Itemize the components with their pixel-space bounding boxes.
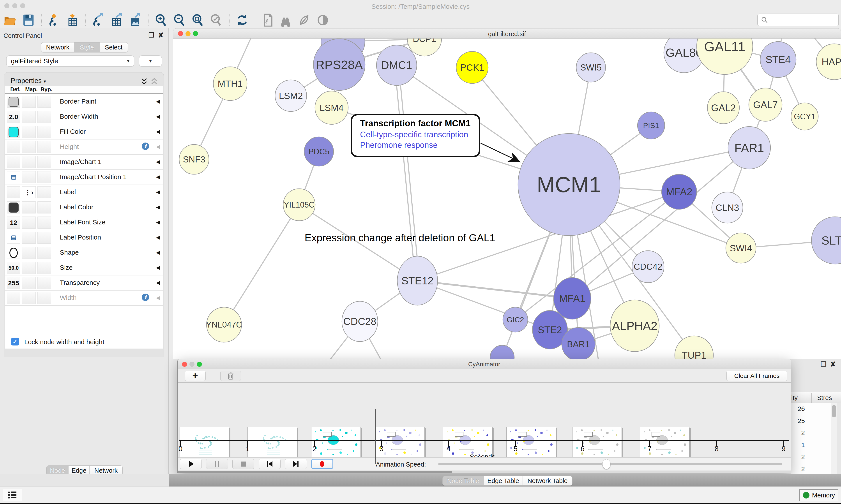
timeline-playhead[interactable] [375, 409, 376, 464]
tab-style[interactable]: Style [74, 42, 100, 52]
annotation-link-2[interactable]: Pheromone response [360, 141, 479, 150]
bypass-cell[interactable] [37, 277, 51, 289]
mapping-cell[interactable] [22, 217, 36, 229]
network-node-hap2[interactable]: HAP2 [816, 44, 841, 80]
network-window-titlebar[interactable]: galFiltered.sif [173, 28, 841, 38]
network-node-cln3[interactable]: CLN3 [712, 192, 743, 223]
expand-row-arrow-icon[interactable]: ◀ [156, 174, 160, 180]
table-column-degree[interactable]: ity [791, 394, 807, 401]
float-panel-icon[interactable]: ❒ [148, 31, 155, 39]
network-node-gal2[interactable]: GAL2 [708, 92, 739, 124]
network-node-pck1[interactable]: PCK1 [456, 51, 488, 84]
expand-row-arrow-icon[interactable]: ◀ [156, 265, 160, 271]
info-icon[interactable]: i [142, 293, 149, 301]
default-value-cell[interactable] [7, 126, 20, 138]
default-value-cell[interactable] [7, 186, 20, 198]
network-node-mth1[interactable]: MTH1 [213, 67, 247, 101]
zoom-out-button[interactable] [173, 13, 186, 27]
default-value-cell[interactable] [7, 232, 20, 244]
expand-row-arrow-icon[interactable]: ◀ [156, 159, 160, 165]
default-value-cell[interactable]: 255 [7, 277, 20, 289]
slider-knob[interactable] [602, 459, 611, 469]
table-cell-value[interactable]: 2 [801, 429, 805, 436]
network-node-mfa1[interactable]: MFA1 [554, 277, 591, 319]
zoom-selected-button[interactable] [209, 13, 223, 27]
tab-select[interactable]: Select [100, 42, 128, 52]
bypass-cell[interactable] [37, 247, 51, 259]
default-value-cell[interactable] [7, 141, 20, 153]
open-session-button[interactable] [3, 13, 17, 27]
table-cell-value[interactable]: 25 [798, 417, 805, 425]
bypass-cell[interactable] [37, 201, 51, 214]
float-panel-icon[interactable]: ❒ [821, 360, 826, 368]
network-node-cdc28[interactable]: CDC28 [342, 301, 378, 342]
hide-panel-button[interactable] [298, 13, 312, 27]
frame-thumbnail-1[interactable] [248, 427, 297, 459]
bypass-cell[interactable] [37, 156, 51, 168]
frame-thumbnail-6[interactable] [572, 427, 622, 459]
expand-row-arrow-icon[interactable]: ◀ [156, 128, 160, 134]
frame-thumbnail-0[interactable] [180, 427, 229, 459]
network-node-cut1[interactable] [490, 345, 514, 359]
bypass-cell[interactable] [37, 186, 51, 198]
properties-header[interactable]: Properties ▾ [11, 77, 46, 85]
add-frame-button[interactable]: + [185, 371, 205, 381]
mapping-cell[interactable] [22, 171, 36, 183]
style-options-button[interactable]: ▾ [139, 55, 162, 67]
network-canvas[interactable]: DCP1RPS28ADMC1PCK1SWI5GAL80GAL11STE4HAP2… [173, 38, 841, 359]
mapping-cell[interactable] [22, 247, 36, 259]
bypass-cell[interactable] [37, 126, 51, 138]
expand-row-arrow-icon[interactable]: ◀ [156, 249, 160, 255]
record-button[interactable] [311, 459, 333, 469]
tab-node-table[interactable]: Node Table [443, 476, 484, 485]
mapping-cell[interactable] [22, 111, 36, 123]
expand-row-arrow-icon[interactable]: ◀ [156, 295, 160, 301]
expand-row-arrow-icon[interactable]: ◀ [156, 144, 160, 150]
table-cell-value[interactable]: 26 [798, 405, 805, 413]
bypass-cell[interactable] [37, 141, 51, 153]
binoculars-button[interactable] [280, 13, 293, 27]
network-node-gcy1[interactable]: GCY1 [791, 103, 818, 130]
network-node-mcm1[interactable]: MCM1 [518, 133, 620, 236]
info-icon[interactable]: i [142, 143, 149, 150]
network-node-mfa2[interactable]: MFA2 [662, 174, 697, 209]
animation-speed-slider[interactable] [438, 463, 782, 465]
network-node-pis1[interactable]: PIS1 [638, 112, 665, 139]
mapping-cell[interactable] [22, 232, 36, 244]
delete-frame-button[interactable] [220, 371, 241, 381]
default-value-cell[interactable]: 2.0 [7, 111, 20, 123]
lock-size-checkbox[interactable]: ✓ [11, 338, 19, 345]
network-node-yil105c[interactable]: YIL105C [283, 189, 315, 221]
table-cell-value[interactable]: 2 [801, 465, 805, 473]
network-node-swi5[interactable]: SWI5 [576, 53, 606, 82]
skip-to-start-button[interactable] [258, 459, 281, 469]
table-scrollbar[interactable] [831, 403, 837, 474]
tab-edge-table[interactable]: Edge Table [484, 476, 523, 485]
show-panel-button[interactable] [316, 13, 330, 27]
stop-button[interactable] [232, 459, 254, 469]
export-table-button[interactable] [110, 13, 124, 27]
export-network-button[interactable] [92, 13, 106, 27]
network-node-gic2[interactable]: GIC2 [503, 307, 528, 332]
network-node-alpha2[interactable]: ALPHA2 [610, 300, 659, 352]
cyanimator-titlebar[interactable]: CyAnimator [178, 359, 791, 370]
timeline-scrollbar[interactable] [178, 470, 791, 473]
pause-button[interactable] [206, 459, 228, 469]
tab-network[interactable]: Network [41, 42, 74, 52]
task-history-button[interactable] [3, 489, 22, 501]
default-value-cell[interactable]: 50.0 [7, 262, 20, 274]
bypass-cell[interactable] [37, 262, 51, 274]
table-column-stress[interactable]: Stres [817, 394, 832, 401]
zoom-in-button[interactable] [154, 13, 168, 27]
network-node-rps28a[interactable]: RPS28A [314, 39, 365, 90]
bypass-cell[interactable] [37, 96, 51, 108]
default-value-cell[interactable]: 12 [7, 217, 20, 229]
default-value-cell[interactable] [7, 292, 20, 304]
bypass-cell[interactable] [37, 292, 51, 304]
memory-button[interactable]: Memory [799, 489, 838, 501]
collapse-all-icon[interactable] [140, 78, 148, 86]
default-value-cell[interactable] [7, 171, 20, 183]
network-node-gal7[interactable]: GAL7 [749, 88, 782, 121]
mapping-cell[interactable]: ⋮› [22, 186, 36, 198]
close-panel-icon[interactable]: ✘ [830, 360, 836, 368]
